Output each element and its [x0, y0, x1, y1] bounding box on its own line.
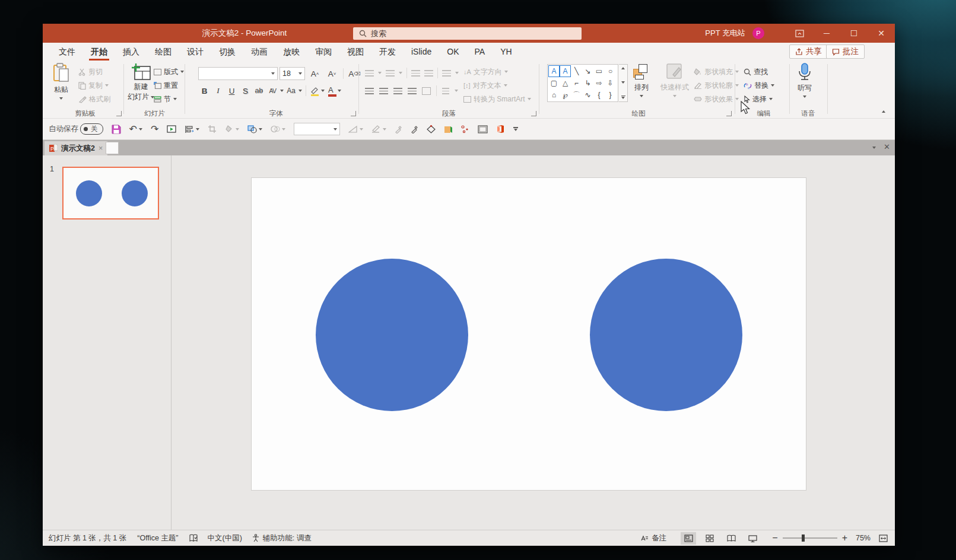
tab-draw[interactable]: 绘图 [147, 43, 179, 61]
align-objects-button[interactable] [185, 125, 199, 133]
tab-home[interactable]: 开始 [83, 43, 115, 61]
bullets-icon[interactable] [365, 70, 374, 77]
triangle-icon[interactable]: △ [560, 77, 571, 89]
tab-islide[interactable]: iSlide [404, 43, 439, 61]
tab-review[interactable]: 审阅 [307, 43, 339, 61]
qat-style-combobox[interactable] [294, 123, 340, 135]
zoom-out-button[interactable]: − [772, 533, 777, 543]
tab-slideshow[interactable]: 放映 [275, 43, 307, 61]
numbering-icon[interactable] [386, 70, 395, 77]
merge-shapes-button[interactable] [247, 125, 262, 133]
right-brace-icon[interactable]: } [605, 89, 616, 101]
oval-shape-right[interactable] [590, 259, 742, 411]
oval-shape-left[interactable] [316, 259, 468, 411]
tab-yh[interactable]: YH [493, 43, 519, 61]
crop-button[interactable] [208, 125, 217, 133]
share-button[interactable]: 共享 [789, 44, 828, 59]
gallery-more-icon[interactable] [621, 96, 625, 100]
minimize-button[interactable]: ─ [813, 24, 840, 43]
highlight-color-button[interactable] [310, 86, 320, 96]
tab-ok[interactable]: OK [439, 43, 466, 61]
tab-pa[interactable]: PA [466, 43, 493, 61]
account-area[interactable]: PPT 充电站 P [705, 24, 764, 43]
new-document-tab-button[interactable] [106, 142, 119, 154]
line-icon[interactable]: ╲ [571, 65, 582, 77]
increase-indent-icon[interactable] [424, 70, 433, 77]
tab-list-dropdown-icon[interactable] [872, 147, 876, 149]
notes-button[interactable]: 备注 [640, 533, 666, 543]
slide-sorter-view-button[interactable] [702, 532, 717, 545]
reset-button[interactable]: 重置 [154, 79, 178, 92]
find-button[interactable]: 查找 [744, 65, 768, 78]
line-spacing-icon[interactable] [442, 70, 451, 77]
drawing-dialog-launcher[interactable] [726, 111, 732, 116]
start-from-beginning-button[interactable] [167, 125, 176, 133]
accessibility-checker[interactable]: 辅助功能: 调查 [252, 533, 312, 543]
right-arrow-icon[interactable]: ⇨ [593, 77, 605, 89]
align-text-button[interactable]: [↕] 对齐文本 [463, 79, 507, 92]
close-button[interactable]: ✕ [868, 24, 895, 43]
maximize-button[interactable]: ☐ [840, 24, 868, 43]
select-button[interactable]: 选择 [744, 93, 773, 106]
ribbon-display-options-button[interactable] [786, 24, 813, 43]
shape-outline-button[interactable]: 形状轮廓 [694, 79, 739, 92]
strikethrough-button[interactable]: ab [253, 84, 265, 97]
scribble-icon[interactable]: ℘ [560, 89, 571, 101]
shape-fill-button[interactable]: 形状填充 [694, 65, 739, 78]
left-brace-icon[interactable]: { [593, 89, 605, 101]
comments-button[interactable]: 批注 [826, 44, 865, 59]
avatar[interactable]: P [752, 27, 764, 39]
tab-design[interactable]: 设计 [179, 43, 211, 61]
slide-thumbnail-1[interactable] [62, 167, 159, 219]
tab-insert[interactable]: 插入 [115, 43, 147, 61]
tab-view[interactable]: 视图 [339, 43, 371, 61]
shape-gallery[interactable]: A A ╲ ↘ ▭ ○ ▢ △ ⌐ ↳ ⇨ ⇩ ⌂ ℘ ⌒ ∿ { } [547, 64, 618, 102]
qat-overflow-button[interactable] [513, 127, 518, 131]
new-slide-button[interactable]: 新建 幻灯片 [128, 63, 154, 102]
arrange-button[interactable]: 排列 [633, 63, 650, 97]
tab-developer[interactable]: 开发 [371, 43, 404, 61]
decrease-indent-icon[interactable] [411, 70, 420, 77]
add-remove-columns-icon[interactable] [442, 88, 449, 94]
gallery-up-icon[interactable] [621, 67, 625, 69]
fit-to-window-button[interactable] [879, 534, 888, 542]
rectangle-icon[interactable]: ▭ [593, 65, 605, 77]
normal-view-button[interactable] [681, 532, 696, 545]
theme-name[interactable]: “Office 主题” [137, 533, 178, 543]
zoom-in-button[interactable]: + [842, 533, 847, 543]
slideshow-view-button[interactable] [745, 532, 760, 545]
replace-button[interactable]: bc 替换 [744, 79, 774, 92]
slide[interactable] [252, 178, 806, 490]
paste-button[interactable]: 粘贴 [52, 63, 70, 100]
quick-styles-button[interactable]: 快速样式 [660, 63, 689, 97]
eyedropper-button[interactable] [395, 125, 402, 133]
line-style-button[interactable] [348, 125, 363, 133]
text-shadow-button[interactable]: S [239, 84, 252, 97]
spell-check-icon[interactable] [189, 534, 198, 542]
search-box[interactable]: 搜索 [353, 27, 582, 40]
bold-button[interactable]: B [198, 84, 211, 97]
layout-button[interactable]: 版式 [154, 65, 184, 78]
horizontal-text-box-icon[interactable]: A [548, 65, 560, 77]
outline-color-button[interactable] [371, 125, 386, 133]
collapse-ribbon-icon[interactable] [882, 106, 885, 114]
columns-icon[interactable] [422, 87, 431, 95]
document-tab-close-icon[interactable]: × [99, 144, 103, 152]
theme-colors-button[interactable] [444, 125, 453, 133]
font-dialog-launcher[interactable] [351, 111, 356, 116]
text-direction-button[interactable]: ↓A 文字方向 [463, 65, 508, 78]
insert-picture-button[interactable] [478, 125, 488, 133]
language-indicator[interactable]: 中文(中国) [208, 533, 242, 543]
copy-button[interactable]: 复制 [78, 79, 109, 92]
section-button[interactable]: 节 [154, 93, 177, 106]
tab-transitions[interactable]: 切换 [211, 43, 243, 61]
font-name-combobox[interactable] [198, 67, 278, 80]
clipboard-dialog-launcher[interactable] [116, 111, 122, 116]
undo-button[interactable]: ↶ [129, 123, 142, 135]
autosave-toggle[interactable]: 自动保存 关 [49, 123, 103, 135]
elbow-arrow-connector-icon[interactable]: ↳ [582, 77, 593, 89]
rounded-rectangle-icon[interactable]: ▢ [548, 77, 560, 89]
paragraph-dialog-launcher[interactable] [531, 111, 536, 116]
gallery-down-icon[interactable] [621, 81, 625, 84]
font-color-button[interactable]: A [328, 85, 336, 97]
